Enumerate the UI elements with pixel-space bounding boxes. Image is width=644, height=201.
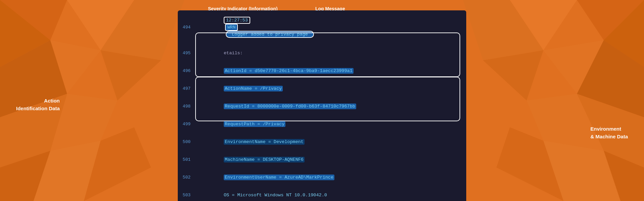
env-machine-label: Environment & Machine Data (590, 125, 628, 140)
line-content-499: RequestPath = /Privacy (195, 116, 466, 132)
line-num-503: 503 (178, 193, 195, 198)
line-content-496: ActionId = d50e7770-26c1-4bca-9ba9-1aecc… (195, 63, 466, 79)
env-name-value: EnvironmentName = Development (224, 139, 305, 145)
line-num-494: 494 (178, 25, 195, 30)
line-num-502: 502 (178, 175, 195, 180)
line-content-494: 12:27:53 WRN Logger added to privacy pag… (195, 11, 466, 44)
line-num-499: 499 (178, 122, 195, 127)
line-content-495: etails: (195, 45, 466, 61)
code-line-503: 503 OS = Microsoft Windows NT 10.0.19042… (178, 186, 466, 201)
line-num-496: 496 (178, 68, 195, 73)
code-line-498: 498 RequestId = 8000000e-0009-fd00-b63f-… (178, 97, 466, 115)
wrn-badge: WRN (225, 24, 238, 31)
code-line-495: 495 etails: (178, 44, 466, 62)
request-id-value: RequestId = 8000000e-0009-fd00-b63f-8471… (224, 104, 356, 109)
code-line-494: 494 12:27:53 WRN Logger added to privacy… (178, 10, 466, 44)
code-line-501: 501 MachineName = DESKTOP-AQNENF6 (178, 151, 466, 169)
line-num-501: 501 (178, 157, 195, 162)
env-user-value: EnvironmentUserName = AzureAD\MarkPrince (224, 175, 334, 180)
line-content-502: EnvironmentUserName = AzureAD\MarkPrince (195, 169, 466, 186)
code-panel: 494 12:27:53 WRN Logger added to privacy… (178, 10, 466, 201)
line-content-501: MachineName = DESKTOP-AQNENF6 (195, 151, 466, 168)
timestamp-box: 12:27:53 (224, 17, 250, 24)
line-num-497: 497 (178, 86, 195, 91)
line-content-503: OS = Microsoft Windows NT 10.0.19042.0 (195, 187, 466, 201)
line-num-500: 500 (178, 139, 195, 144)
machine-name-value: MachineName = DESKTOP-AQNENF6 (224, 157, 305, 162)
request-path-value: RequestPath = /Privacy (224, 121, 285, 127)
code-line-502: 502 EnvironmentUserName = AzureAD\MarkPr… (178, 169, 466, 186)
line-content-497: ActionName = /Privacy (195, 80, 466, 97)
line-num-498: 498 (178, 104, 195, 109)
action-name-value: ActionName = /Privacy (224, 86, 283, 91)
code-line-499: 499 RequestPath = /Privacy (178, 115, 466, 133)
code-line-496: 496 ActionId = d50e7770-26c1-4bca-9ba9-1… (178, 62, 466, 80)
code-line-497: 497 ActionName = /Privacy (178, 80, 466, 97)
line-content-500: EnvironmentName = Development (195, 134, 466, 150)
log-message-box: Logger added to privacy page (226, 31, 314, 38)
code-line-500: 500 EnvironmentName = Development (178, 133, 466, 151)
line-content-498: RequestId = 8000000e-0009-fd00-b63f-8471… (195, 98, 466, 115)
action-id-label: Action Identification Data (16, 97, 60, 112)
line-num-495: 495 (178, 51, 195, 56)
action-id-value: ActionId = d50e7770-26c1-4bca-9ba9-1aecc… (224, 68, 354, 74)
